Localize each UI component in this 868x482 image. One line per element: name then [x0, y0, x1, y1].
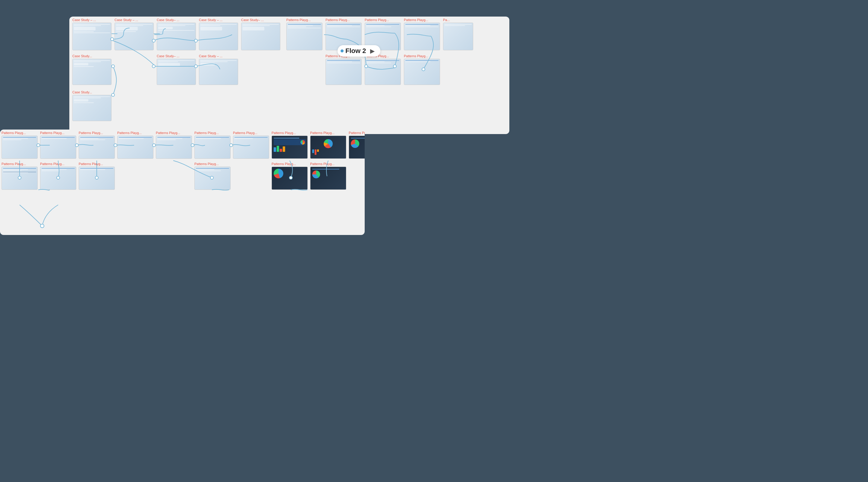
- thumb-img-f2g1[interactable]: [1, 135, 38, 159]
- thumb-group-f1g1[interactable]: Case Study – ...: [72, 18, 112, 51]
- thumb-img-f1g9[interactable]: [404, 23, 440, 50]
- thumb-group-f2g5[interactable]: Patterns Playg...: [156, 131, 192, 160]
- thumb-group-f1g14[interactable]: Patterns Playg...: [326, 54, 362, 86]
- thumb-title-f2g8: Patterns Playg...: [272, 131, 308, 135]
- svg-point-3: [112, 65, 115, 68]
- thumb-title-f2g3: Patterns Playg...: [79, 131, 115, 135]
- svg-point-6: [112, 93, 115, 96]
- thumb-title-f1g6: Patterns Playg...: [286, 18, 322, 22]
- thumb-title-f2g7: Patterns Playg...: [233, 131, 269, 135]
- thumb-title-f1g16: Patterns Playg...: [404, 54, 440, 58]
- thumb-title-f1g9: Patterns Playg...: [404, 18, 440, 22]
- thumb-group-f1g17[interactable]: Case Study...: [72, 90, 112, 122]
- thumb-group-f2g14[interactable]: Patterns Playg...: [194, 162, 230, 191]
- thumb-img-f2g10[interactable]: [349, 135, 365, 159]
- thumb-group-f2g8[interactable]: Patterns Playg...: [272, 131, 308, 160]
- thumb-img-f2g8[interactable]: [272, 135, 308, 159]
- thumb-group-f2g6[interactable]: Patterns Playg...: [194, 131, 230, 160]
- thumb-img-f2g9[interactable]: [310, 135, 346, 159]
- thumb-group-f1g5[interactable]: Case Study– ...: [241, 18, 280, 51]
- thumb-group-f1g12[interactable]: Case Study– ...: [157, 54, 196, 86]
- thumb-title-f1g1: Case Study – ...: [72, 18, 112, 22]
- thumb-img-f1g3[interactable]: [157, 23, 196, 50]
- thumb-group-f1g6[interactable]: Patterns Playg...: [286, 18, 322, 51]
- thumb-img-f2g5[interactable]: [156, 135, 192, 159]
- thumb-title-f2g12: Patterns Playg...: [40, 162, 76, 166]
- thumb-group-f2g4[interactable]: Patterns Playg...: [117, 131, 153, 160]
- thumb-img-f2g7[interactable]: [233, 135, 269, 159]
- thumb-img-f1g14[interactable]: [326, 59, 362, 85]
- thumb-img-f1g10[interactable]: [443, 23, 473, 50]
- thumb-group-f2g13[interactable]: Patterns Playg...: [79, 162, 115, 191]
- thumb-group-f2g3[interactable]: Patterns Playg...: [79, 131, 115, 160]
- thumb-title-f1g17: Case Study...: [72, 90, 112, 94]
- thumb-title-f2g1: Patterns Playg...: [1, 131, 38, 135]
- svg-point-4: [152, 65, 155, 68]
- thumb-group-f1g9[interactable]: Patterns Playg...: [404, 18, 440, 51]
- thumb-img-f1g6[interactable]: [286, 23, 322, 50]
- svg-point-21: [40, 224, 44, 228]
- thumb-group-f2g1[interactable]: Patterns Playg...: [1, 131, 38, 160]
- thumb-title-f2g5: Patterns Playg...: [156, 131, 192, 135]
- thumb-title-f1g3: Case Study– ...: [157, 18, 196, 22]
- thumb-group-f1g3[interactable]: Case Study– ...: [157, 18, 196, 51]
- thumb-img-f2g12[interactable]: [40, 167, 76, 190]
- flow-badge: Flow 2 ▶: [338, 45, 380, 57]
- thumb-title-f2g9: Patterns Playg...: [310, 131, 346, 135]
- thumb-title-f1g5: Case Study– ...: [241, 18, 280, 22]
- thumb-title-f1g11: Case Study...: [72, 54, 112, 58]
- thumb-img-f1g5[interactable]: [241, 23, 280, 50]
- thumb-title-f2g6: Patterns Playg...: [194, 131, 230, 135]
- thumb-group-f2g7[interactable]: Patterns Playg...: [233, 131, 269, 160]
- thumb-title-f1g2: Case Study – ...: [115, 18, 154, 22]
- thumb-group-f2g11[interactable]: Patterns Playg...: [1, 162, 38, 191]
- thumb-group-f1g10[interactable]: Pa...: [443, 18, 473, 51]
- thumb-title-f1g13: Case Study – ...: [199, 54, 238, 58]
- thumb-img-f1g16[interactable]: [404, 59, 440, 85]
- thumb-group-f2g9[interactable]: Patterns Playg...: [310, 131, 346, 160]
- thumb-title-f2g14: Patterns Playg...: [194, 162, 230, 166]
- thumb-img-f1g11[interactable]: [72, 59, 112, 85]
- flow-badge-dot: [341, 50, 344, 53]
- thumb-group-f1g4[interactable]: Case Study – ...: [199, 18, 238, 51]
- thumb-img-f1g1[interactable]: [72, 23, 112, 50]
- thumb-img-f1g17[interactable]: [72, 95, 112, 121]
- thumb-title-f2g13: Patterns Playg...: [79, 162, 115, 166]
- thumb-group-f1g15[interactable]: Patterns Playg...: [365, 54, 401, 86]
- flow-1-container: Flow 2 ▶ Case Study – ... Case Study – .…: [69, 17, 509, 134]
- thumb-title-f1g8: Patterns Playg...: [365, 18, 401, 22]
- thumb-img-f2g3[interactable]: [79, 135, 115, 159]
- thumb-title-f1g4: Case Study – ...: [199, 18, 238, 22]
- thumb-group-f1g2[interactable]: Case Study – ...: [115, 18, 154, 51]
- thumb-title-f1g7: Patterns Playg...: [326, 18, 362, 22]
- thumb-group-f1g11[interactable]: Case Study...: [72, 54, 112, 86]
- thumb-title-f2g10: Patterns Playg...: [349, 131, 365, 135]
- thumb-title-f2g11: Patterns Playg...: [1, 162, 38, 166]
- thumb-img-f2g4[interactable]: [117, 135, 153, 159]
- thumb-group-f1g13[interactable]: Case Study – ...: [199, 54, 238, 86]
- thumb-group-f1g16[interactable]: Patterns Playg...: [404, 54, 440, 86]
- thumb-group-f2g2[interactable]: Patterns Playg...: [40, 131, 76, 160]
- thumb-img-f2g16[interactable]: [310, 167, 346, 190]
- thumb-img-f1g13[interactable]: [199, 59, 238, 85]
- flow-play-button[interactable]: ▶: [368, 46, 377, 56]
- flow-2-container: Patterns Playg... Patterns Playg... Patt…: [0, 130, 365, 235]
- thumb-img-f2g6[interactable]: [194, 135, 230, 159]
- thumb-img-f2g14[interactable]: [194, 167, 230, 190]
- thumb-img-f2g11[interactable]: [1, 167, 38, 190]
- thumb-title-f1g12: Case Study– ...: [157, 54, 196, 58]
- thumb-img-f1g15[interactable]: [365, 59, 401, 85]
- flow-badge-label: Flow 2: [345, 47, 366, 55]
- thumb-title-f2g4: Patterns Playg...: [117, 131, 153, 135]
- thumb-group-f2g16[interactable]: Patterns Playg...: [310, 162, 346, 191]
- thumb-img-f2g15[interactable]: [272, 167, 308, 190]
- thumb-img-f1g12[interactable]: [157, 59, 196, 85]
- thumb-title-f2g16: Patterns Playg...: [310, 162, 346, 166]
- thumb-img-f1g4[interactable]: [199, 23, 238, 50]
- thumb-img-f2g13[interactable]: [79, 167, 115, 190]
- thumb-group-f2g12[interactable]: Patterns Playg...: [40, 162, 76, 191]
- thumb-img-f2g2[interactable]: [40, 135, 76, 159]
- thumb-group-f2g15[interactable]: Patterns Playg...: [272, 162, 308, 191]
- thumb-group-f2g10[interactable]: Patterns Playg...: [349, 131, 365, 160]
- thumb-img-f1g2[interactable]: [115, 23, 154, 50]
